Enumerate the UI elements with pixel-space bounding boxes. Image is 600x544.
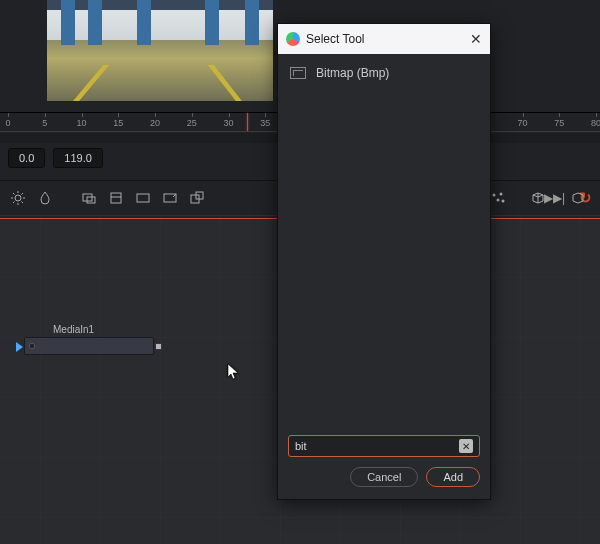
ruler-label: 0	[5, 118, 10, 128]
cursor-pointer-icon	[227, 363, 241, 385]
cube-a-icon[interactable]	[526, 186, 550, 210]
ruler-label: 10	[76, 118, 86, 128]
brightness-icon[interactable]	[6, 186, 30, 210]
svg-point-9	[500, 193, 503, 196]
app-icon	[286, 32, 300, 46]
tool-search-input[interactable]	[295, 440, 459, 452]
select-tool-dialog: Select Tool ✕ Bitmap (Bmp) ✕ Cancel Add	[277, 23, 491, 500]
rect-a-icon[interactable]	[77, 186, 101, 210]
node-output-port[interactable]	[155, 343, 162, 350]
ruler-label: 75	[554, 118, 564, 128]
cancel-button[interactable]: Cancel	[350, 467, 418, 487]
ruler-label: 30	[223, 118, 233, 128]
ruler-label: 20	[150, 118, 160, 128]
svg-rect-3	[111, 193, 121, 203]
svg-rect-2	[87, 197, 95, 203]
clear-search-icon[interactable]: ✕	[459, 439, 473, 453]
tool-search-field[interactable]: ✕	[288, 435, 480, 457]
ruler-label: 25	[187, 118, 197, 128]
ruler-label: 80	[591, 118, 600, 128]
drop-icon[interactable]	[33, 186, 57, 210]
ruler-label: 35	[260, 118, 270, 128]
rect-d-icon[interactable]	[158, 186, 182, 210]
ruler-label: 15	[113, 118, 123, 128]
svg-rect-4	[137, 194, 149, 202]
node-label: MediaIn1	[25, 324, 153, 335]
viewer-thumbnail[interactable]	[47, 0, 273, 101]
dialog-title: Select Tool	[306, 32, 364, 46]
ruler-label: 70	[517, 118, 527, 128]
ruler-label: 5	[42, 118, 47, 128]
rect-e-icon[interactable]	[185, 186, 209, 210]
svg-point-10	[497, 199, 500, 202]
cube-b-icon[interactable]	[566, 186, 590, 210]
playhead[interactable]	[247, 113, 248, 131]
tool-item-bitmap[interactable]: Bitmap (Bmp)	[278, 60, 490, 86]
tool-result-list: Bitmap (Bmp)	[278, 54, 490, 92]
node-input-port[interactable]	[16, 342, 23, 352]
rect-b-icon[interactable]	[104, 186, 128, 210]
range-start-input[interactable]: 0.0	[8, 148, 45, 168]
rect-c-icon[interactable]	[131, 186, 155, 210]
bitmap-icon	[290, 67, 306, 79]
svg-point-8	[493, 194, 496, 197]
add-button[interactable]: Add	[426, 467, 480, 487]
svg-point-0	[15, 195, 21, 201]
thumbnail-image	[47, 0, 273, 101]
dialog-titlebar[interactable]: Select Tool ✕	[278, 24, 490, 54]
node-mediain1[interactable]: MediaIn1	[24, 337, 154, 355]
range-end-input[interactable]: 119.0	[53, 148, 103, 168]
node-thumb-toggle[interactable]	[29, 343, 35, 349]
tool-item-label: Bitmap (Bmp)	[316, 66, 389, 80]
close-icon[interactable]: ✕	[470, 31, 482, 47]
svg-point-11	[502, 200, 505, 203]
